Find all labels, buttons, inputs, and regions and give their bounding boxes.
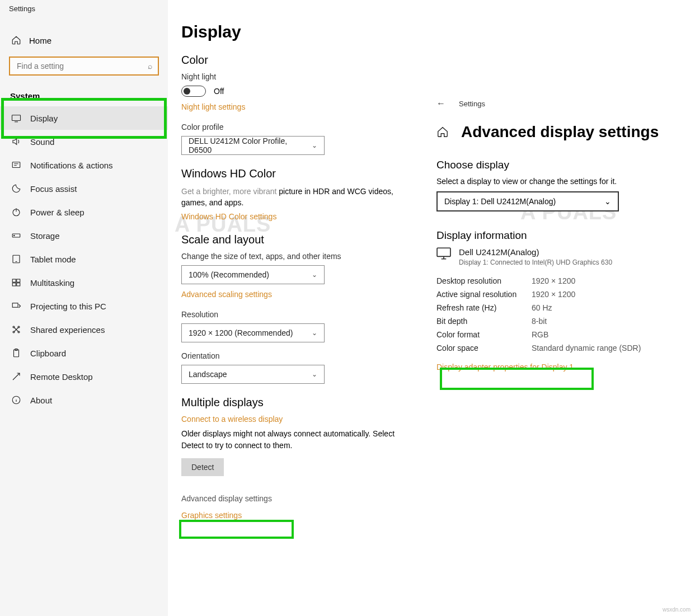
chevron-down-icon: ⌄ [312, 271, 317, 279]
chevron-down-icon: ⌄ [604, 197, 611, 206]
resolution-select[interactable]: 1920 × 1200 (Recommended) ⌄ [181, 323, 325, 342]
hdcolor-description: Get a brighter, more vibrant picture in … [181, 186, 400, 209]
sidebar-item-storage[interactable]: Storage [0, 224, 168, 247]
display-settings-panel: Display Color Night light Off Night ligh… [168, 0, 425, 531]
home-icon [11, 35, 21, 45]
section-hdcolor: Windows HD Color [181, 167, 412, 180]
sidebar-item-remote[interactable]: Remote Desktop [0, 365, 168, 388]
sidebar-item-label: Shared experiences [30, 325, 105, 335]
sidebar-item-tablet[interactable]: Tablet mode [0, 247, 168, 271]
sidebar-item-label: Tablet mode [30, 255, 76, 264]
display-info-heading: Display information [436, 229, 683, 242]
projecting-icon [11, 301, 21, 311]
scale-select[interactable]: 100% (Recommended) ⌄ [181, 265, 325, 284]
sidebar-item-label: Notifications & actions [30, 161, 113, 170]
search-input[interactable]: ⌕ [9, 57, 159, 76]
search-icon: ⌕ [148, 62, 152, 70]
color-profile-label: Color profile [181, 123, 412, 131]
sidebar-item-shared[interactable]: Shared experiences [0, 318, 168, 341]
table-row: Active signal resolution1920 × 1200 [436, 288, 641, 301]
choose-display-heading: Choose display [436, 159, 683, 171]
detect-button[interactable]: Detect [181, 458, 224, 476]
sidebar-item-projecting[interactable]: Projecting to this PC [0, 294, 168, 318]
svg-rect-0 [12, 115, 21, 121]
display-adapter-link[interactable]: Display adapter properties for Display 1 [436, 363, 574, 372]
svg-rect-9 [17, 283, 20, 286]
about-icon [11, 395, 21, 405]
chevron-down-icon: ⌄ [312, 370, 317, 378]
scale-value: 100% (Recommended) [189, 270, 269, 279]
notifications-icon [11, 160, 21, 170]
sidebar-item-notifications[interactable]: Notifications & actions [0, 153, 168, 177]
sidebar-item-power[interactable]: Power & sleep [0, 200, 168, 224]
night-light-toggle[interactable] [181, 86, 206, 97]
section-scale: Scale and layout [181, 233, 412, 246]
back-label: Settings [459, 100, 485, 108]
advanced-scaling-link[interactable]: Advanced scaling settings [181, 290, 272, 299]
night-light-settings-link[interactable]: Night light settings [181, 102, 245, 111]
svg-rect-18 [437, 248, 450, 256]
home-icon[interactable] [436, 126, 449, 138]
section-multiple: Multiple displays [181, 396, 412, 409]
sidebar-item-label: Power & sleep [30, 208, 84, 217]
sidebar-item-label: Focus assist [30, 184, 77, 194]
display-icon [11, 113, 21, 123]
sidebar-item-label: Multitasking [30, 278, 74, 288]
orientation-label: Orientation [181, 351, 412, 360]
hdcolor-settings-link[interactable]: Windows HD Color settings [181, 212, 276, 221]
back-arrow-icon: ← [436, 98, 445, 109]
sidebar-item-clipboard[interactable]: Clipboard [0, 341, 168, 365]
sound-icon [11, 137, 21, 147]
orientation-select[interactable]: Landscape ⌄ [181, 365, 325, 384]
color-profile-select[interactable]: DELL U2412M Color Profile, D6500 ⌄ [181, 136, 325, 155]
search-field[interactable] [16, 61, 148, 71]
clipboard-icon [11, 348, 21, 358]
sidebar-item-label: Projecting to this PC [30, 302, 106, 311]
choose-display-select[interactable]: Display 1: Dell U2412M(Analog) ⌄ [436, 191, 619, 211]
choose-display-value: Display 1: Dell U2412M(Analog) [444, 197, 556, 206]
shared-icon [11, 325, 21, 335]
color-profile-value: DELL U2412M Color Profile, D6500 [189, 137, 312, 154]
home-button[interactable]: Home [0, 30, 168, 51]
sidebar-item-label: About [30, 396, 52, 405]
sidebar-item-multitasking[interactable]: Multitasking [0, 271, 168, 294]
sidebar-item-about[interactable]: About [0, 388, 168, 412]
sidebar-item-label: Remote Desktop [30, 372, 93, 382]
scale-label: Change the size of text, apps, and other… [181, 252, 412, 261]
advanced-display-settings-link[interactable]: Advanced display settings [181, 494, 412, 503]
night-light-label: Night light [181, 72, 412, 81]
advanced-title: Advanced display settings [461, 123, 659, 141]
night-light-state: Off [214, 87, 224, 96]
power-icon [11, 207, 21, 217]
connect-wireless-link[interactable]: Connect to a wireless display [181, 415, 283, 424]
remote-icon [11, 372, 21, 382]
svg-rect-8 [12, 283, 16, 286]
sidebar-item-display[interactable]: Display [0, 106, 168, 130]
table-row: Color formatRGB [436, 328, 641, 341]
table-row: Bit depth8-bit [436, 314, 641, 328]
back-button[interactable]: ← Settings [436, 98, 683, 109]
tablet-icon [11, 254, 21, 264]
resolution-value: 1920 × 1200 (Recommended) [189, 328, 293, 337]
focus-icon [11, 184, 21, 194]
sidebar-item-label: Sound [30, 137, 54, 147]
table-row: Refresh rate (Hz)60 Hz [436, 301, 641, 314]
sidebar-item-label: Clipboard [30, 349, 66, 358]
detect-description: Older displays might not always connect … [181, 428, 405, 452]
sidebar-item-sound[interactable]: Sound [0, 130, 168, 153]
multitasking-icon [11, 278, 21, 288]
svg-rect-10 [12, 303, 18, 308]
sidebar-item-focus-assist[interactable]: Focus assist [0, 177, 168, 200]
display-info-table: Desktop resolution1920 × 1200 Active sig… [436, 274, 641, 355]
orientation-value: Landscape [189, 370, 227, 379]
source-watermark: wsxdn.com [663, 606, 691, 613]
chevron-down-icon: ⌄ [312, 329, 317, 337]
graphics-settings-link[interactable]: Graphics settings [181, 511, 242, 520]
page-title: Display [181, 22, 412, 41]
svg-rect-1 [12, 162, 20, 168]
svg-rect-7 [17, 279, 20, 282]
storage-icon [11, 231, 21, 241]
home-label: Home [29, 36, 51, 45]
monitor-name: Dell U2412M(Analog) [459, 247, 612, 257]
svg-rect-6 [12, 279, 16, 282]
